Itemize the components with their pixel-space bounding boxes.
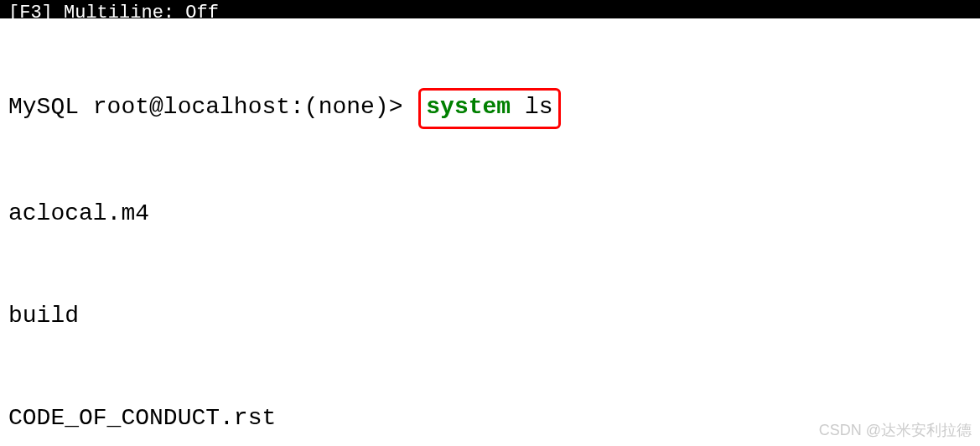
top-status-text: [F3] Multiline: Off [8, 3, 219, 18]
command-argument: ls [511, 94, 552, 120]
top-status-bar: [F3] Multiline: Off [0, 0, 980, 18]
prompt-line: MySQL root@localhost:(none)> system ls [8, 88, 972, 129]
output-line: aclocal.m4 [8, 197, 972, 231]
terminal-area[interactable]: MySQL root@localhost:(none)> system ls a… [0, 18, 980, 446]
command-highlight-box: system ls [418, 88, 560, 129]
watermark-text: CSDN @达米安利拉德 [819, 419, 972, 441]
mysql-prompt: MySQL root@localhost:(none)> [8, 94, 417, 120]
output-line: build [8, 299, 972, 334]
system-keyword: system [426, 94, 511, 120]
